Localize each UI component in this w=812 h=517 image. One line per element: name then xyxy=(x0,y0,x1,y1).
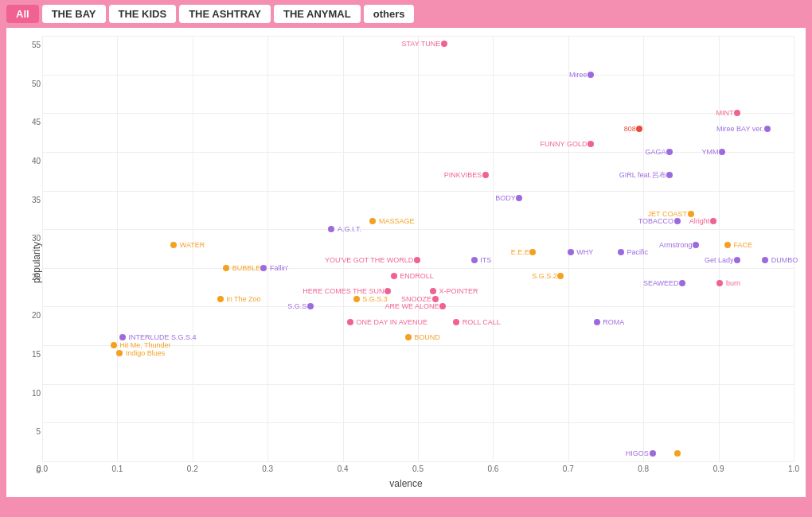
point-label: ROMA xyxy=(603,318,624,326)
data-point[interactable] xyxy=(307,303,314,309)
nav-btn-the-anymal[interactable]: THE ANYMAL xyxy=(274,5,361,23)
data-point[interactable] xyxy=(618,249,624,255)
point-label: FACE xyxy=(733,241,752,249)
data-point[interactable] xyxy=(674,450,681,457)
data-point[interactable] xyxy=(724,242,731,248)
data-point[interactable] xyxy=(588,141,594,147)
x-tick-label: 0.1 xyxy=(111,465,123,473)
data-point[interactable] xyxy=(170,242,177,248)
x-axis-title: valence xyxy=(389,478,422,489)
grid-line-x xyxy=(117,36,118,461)
data-point[interactable] xyxy=(762,257,768,263)
point-label: ITS xyxy=(480,256,491,264)
data-point[interactable] xyxy=(679,280,685,286)
x-tick-label: 0.0 xyxy=(37,465,48,473)
data-point[interactable] xyxy=(471,257,478,263)
point-label: JET COAST xyxy=(648,210,687,218)
grid-line-x xyxy=(418,36,419,461)
nav-btn-the-ashtray[interactable]: THE ASHTRAY xyxy=(179,5,271,23)
data-point[interactable] xyxy=(111,342,117,348)
point-label: Get Lady xyxy=(705,256,734,264)
point-label: BOUND xyxy=(414,333,440,341)
data-point[interactable] xyxy=(453,319,459,325)
data-point[interactable] xyxy=(405,334,412,340)
point-label: E.E.E xyxy=(511,248,529,256)
point-label: STAY TUNE xyxy=(401,40,440,48)
y-tick-label: 55 xyxy=(32,41,41,49)
point-label: SEAWEED xyxy=(643,279,679,287)
data-point[interactable] xyxy=(260,265,267,271)
data-point[interactable] xyxy=(119,334,126,340)
nav-btn-the-kids[interactable]: THE KIDS xyxy=(109,5,177,23)
data-point[interactable] xyxy=(391,273,397,279)
point-label: ONE DAY IN AVENUE xyxy=(357,318,428,326)
grid-line-x xyxy=(719,36,720,461)
data-point[interactable] xyxy=(482,172,489,178)
point-label: DUMBO xyxy=(771,256,798,264)
point-label: INTERLUDE S.G.S.4 xyxy=(129,333,197,341)
nav-btn-others[interactable]: others xyxy=(364,5,415,23)
data-point[interactable] xyxy=(594,319,600,325)
point-label: FUNNY GOLD xyxy=(541,140,588,148)
point-label: YMM xyxy=(702,148,719,156)
x-tick-label: 0.4 xyxy=(338,465,349,473)
data-point[interactable] xyxy=(430,288,436,294)
point-label: S.G.S.2 xyxy=(532,272,557,280)
data-point[interactable] xyxy=(516,195,522,201)
point-label: PINKVIBES xyxy=(444,171,482,179)
data-point[interactable] xyxy=(588,72,594,78)
point-label: MINT xyxy=(716,109,733,117)
point-label: GAGA xyxy=(646,148,666,156)
data-point[interactable] xyxy=(734,110,740,116)
data-point[interactable] xyxy=(636,126,642,132)
data-point[interactable] xyxy=(719,149,725,155)
data-point[interactable] xyxy=(414,257,420,263)
data-point[interactable] xyxy=(650,450,656,457)
x-tick-label: 1.0 xyxy=(788,465,799,473)
nav-btn-the-bay[interactable]: THE BAY xyxy=(42,5,106,23)
data-point[interactable] xyxy=(347,319,353,325)
point-label: In The Zoo xyxy=(226,295,260,303)
data-point[interactable] xyxy=(666,172,673,178)
data-point[interactable] xyxy=(674,218,681,224)
data-point[interactable] xyxy=(385,288,391,294)
y-tick-label: 35 xyxy=(32,195,41,204)
y-tick-label: 40 xyxy=(32,156,41,165)
data-point[interactable] xyxy=(716,280,723,286)
y-tick-label: 10 xyxy=(32,388,41,397)
y-tick-label: 25 xyxy=(32,272,41,281)
data-point[interactable] xyxy=(439,303,446,309)
data-point[interactable] xyxy=(353,296,360,302)
data-point[interactable] xyxy=(710,218,716,224)
data-point[interactable] xyxy=(432,296,439,302)
data-point[interactable] xyxy=(369,218,376,224)
point-label: BODY xyxy=(495,194,516,202)
data-point[interactable] xyxy=(734,257,740,263)
data-point[interactable] xyxy=(529,249,536,255)
data-point[interactable] xyxy=(764,126,771,132)
data-point[interactable] xyxy=(217,296,224,302)
point-label: Pacific xyxy=(627,248,648,256)
data-point[interactable] xyxy=(568,249,574,255)
grid-line-x xyxy=(267,36,268,461)
point-label: HERE COMES THE SUN xyxy=(303,287,384,295)
chart-plot: 05101520253035404550550.00.10.20.30.40.5… xyxy=(42,36,794,461)
point-label: HIGOS xyxy=(626,449,649,457)
point-label: 808 xyxy=(624,125,636,133)
y-tick-label: 45 xyxy=(32,118,41,126)
point-label: WHY xyxy=(576,248,593,256)
data-point[interactable] xyxy=(688,211,694,217)
nav-btn-all[interactable]: All xyxy=(6,5,39,23)
data-point[interactable] xyxy=(666,149,673,155)
data-point[interactable] xyxy=(441,41,447,47)
data-point[interactable] xyxy=(116,350,123,356)
point-label: S.G.S xyxy=(287,302,306,310)
data-point[interactable] xyxy=(557,273,564,279)
point-label: Hit Me, Thunder xyxy=(119,341,170,349)
y-tick-label: 15 xyxy=(32,350,41,359)
data-point[interactable] xyxy=(223,265,229,271)
x-tick-label: 0.7 xyxy=(563,465,574,473)
data-point[interactable] xyxy=(328,226,334,232)
data-point[interactable] xyxy=(693,242,699,248)
grid-line-y xyxy=(42,461,794,462)
